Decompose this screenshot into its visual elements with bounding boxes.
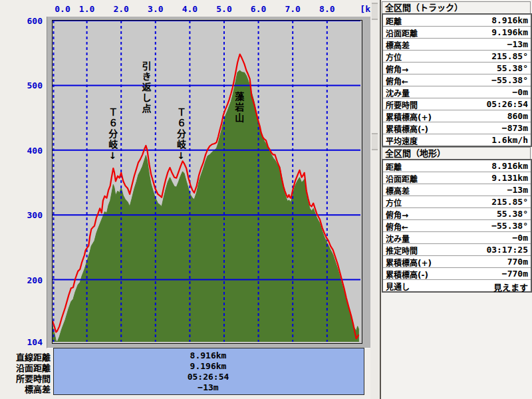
panel0-row-9-value: −873m — [502, 123, 528, 133]
panel0-row-7-value: 05:26:54 — [486, 99, 528, 109]
y-tick-200: 200 — [15, 275, 43, 285]
terrain-panel-table: 距離8.916km沿面距離9.131km標高差−13m方位215.85°俯角→5… — [382, 159, 532, 293]
panel0-row-2-label: 標高差 — [386, 39, 410, 51]
panel1-row-2-label: 標高差 — [386, 185, 410, 196]
y-tick-300: 300 — [15, 210, 43, 220]
panel0-row-3-value: 215.85° — [491, 51, 528, 61]
elevation-plot-area[interactable] — [52, 20, 362, 344]
panel1-row-1-label: 沿面距離 — [386, 173, 418, 184]
panel1-row-6: 沈み量−0m — [383, 232, 531, 244]
terrain-panel-title: 全区間（地形） — [382, 147, 531, 160]
panel1-row-9: 累積標高(-)−770m — [383, 268, 531, 280]
panel0-row-0-value: 8.916km — [491, 15, 528, 25]
panel0-row-2-value: −13m — [507, 39, 528, 49]
panel1-row-3-value: 215.85° — [491, 197, 528, 207]
x-tick-4.0: 4.0 — [182, 4, 198, 15]
x-tick-2.0: 2.0 — [113, 4, 128, 15]
panel0-row-4: 俯角→55.38° — [383, 63, 531, 74]
panel0-row-3-label: 方位 — [386, 51, 402, 63]
panel0-row-3: 方位215.85° — [383, 51, 531, 63]
splitter-handle-mid[interactable] — [372, 133, 378, 150]
panel0-row-5-label: 俯角← — [386, 75, 408, 86]
panel0-row-7-label: 所要時間 — [386, 99, 418, 110]
panel1-row-3: 方位215.85° — [383, 196, 531, 208]
panel1-row-5-label: 俯角← — [386, 221, 408, 232]
y-tick-104: 104 — [15, 337, 43, 347]
track-panel-title: 全区間（トラック） — [382, 1, 531, 14]
panel0-row-6: 沈み量−0m — [383, 86, 531, 98]
x-axis-ticks: 0.01.02.03.04.05.06.07.08.0 — [0, 0, 399, 17]
summary-value-2: 05:26:54 — [53, 372, 363, 382]
y-tick-500: 500 — [15, 80, 43, 90]
panel1-row-6-label: 沈み量 — [386, 233, 410, 244]
y-axis-ticks: 600500400300200104 — [0, 0, 47, 348]
statistics-column: 全区間（トラック） 距離8.916km沿面距離9.196km標高差−13m方位2… — [381, 0, 532, 399]
panel0-row-5-value: −55.38° — [491, 75, 528, 85]
panel0-row-9: 累積標高(-)−873m — [383, 122, 531, 134]
panel1-row-0-label: 距離 — [386, 161, 402, 172]
summary-value-3: −13m — [53, 382, 363, 393]
panel0-row-1-value: 9.196km — [491, 27, 528, 37]
panel1-row-8: 累積標高(+)770m — [383, 256, 531, 268]
panel0-row-4-value: 55.38° — [497, 63, 528, 73]
panel1-row-4: 俯角→55.38° — [383, 208, 531, 220]
splitter-handle-top[interactable] — [372, 3, 378, 20]
panel1-row-9-label: 累積標高(-) — [386, 269, 428, 280]
summary-values: 8.916km9.196km05:26:54−13m — [0, 348, 370, 394]
panel1-row-8-label: 累積標高(+) — [386, 257, 432, 268]
panel1-row-1-value: 9.131km — [491, 173, 528, 183]
summary-value-0: 8.916km — [53, 350, 363, 361]
panel0-row-0-label: 距離 — [386, 15, 402, 27]
panel1-row-7: 推定時間03:17:25 — [383, 244, 531, 256]
x-tick-8.0: 8.0 — [319, 4, 334, 15]
x-tick-1.0: 1.0 — [79, 4, 94, 15]
elevation-profile-window: { "axis": { "unit_label": "[km]", "x_tic… — [0, 0, 532, 399]
panel1-row-7-value: 03:17:25 — [486, 245, 528, 255]
panel1-row-5: 俯角←−55.38° — [383, 220, 531, 232]
x-tick-6.0: 6.0 — [251, 4, 266, 15]
y-tick-400: 400 — [15, 146, 43, 156]
panel1-row-3-label: 方位 — [386, 197, 402, 208]
panel0-row-2: 標高差−13m — [383, 39, 531, 51]
panel0-row-9-label: 累積標高(-) — [386, 123, 428, 134]
track-panel-table: 距離8.916km沿面距離9.196km標高差−13m方位215.85°俯角→5… — [382, 13, 532, 147]
panel0-row-10-value: 1.6km/h — [491, 135, 528, 145]
panel1-row-0-value: 8.916km — [491, 161, 528, 171]
terrain-area — [53, 70, 358, 342]
panel0-row-8-value: 860m — [507, 111, 528, 121]
panel0-row-7: 所要時間05:26:54 — [383, 98, 531, 110]
panel1-row-10-label: 見通し — [386, 281, 410, 292]
pane-splitter[interactable] — [370, 0, 380, 399]
panel0-row-5: 俯角←−55.38° — [383, 74, 531, 86]
panel1-row-2: 標高差−13m — [383, 184, 531, 196]
panel1-row-4-value: 55.38° — [497, 209, 528, 219]
panel0-row-1: 沿面距離9.196km — [383, 27, 531, 39]
panel0-row-6-value: −0m — [513, 87, 528, 97]
panel0-row-1-label: 沿面距離 — [386, 27, 418, 39]
panel1-row-1: 沿面距離9.131km — [383, 172, 531, 184]
x-tick-5.0: 5.0 — [216, 4, 231, 15]
panel1-row-8-value: 770m — [507, 257, 528, 267]
panel1-row-10: 見通し見えます — [383, 280, 531, 291]
panel0-row-8: 累積標高(+)860m — [383, 110, 531, 122]
panel1-row-7-label: 推定時間 — [386, 245, 418, 256]
panel1-row-5-value: −55.38° — [491, 221, 528, 231]
panel0-row-10-label: 平均速度 — [386, 135, 418, 146]
panel0-row-8-label: 累積標高(+) — [386, 111, 432, 122]
panel0-row-10: 平均速度1.6km/h — [383, 134, 531, 146]
y-tick-600: 600 — [15, 16, 43, 26]
panel1-row-9-value: −770m — [502, 269, 528, 279]
elevation-chart-svg — [53, 21, 360, 342]
panel1-row-2-value: −13m — [507, 185, 528, 195]
x-tick-7.0: 7.0 — [285, 4, 300, 15]
x-tick-3.0: 3.0 — [148, 4, 163, 15]
panel0-row-0: 距離8.916km — [383, 15, 531, 27]
panel1-row-6-value: −0m — [513, 233, 528, 243]
panel0-row-6-label: 沈み量 — [386, 87, 410, 98]
panel0-row-4-label: 俯角→ — [386, 63, 408, 74]
x-tick-0.0: 0.0 — [55, 4, 70, 15]
panel1-row-0: 距離8.916km — [383, 160, 531, 172]
panel1-row-4-label: 俯角→ — [386, 209, 408, 220]
panel1-row-10-value: 見えます — [493, 281, 528, 293]
summary-value-1: 9.196km — [53, 361, 363, 372]
